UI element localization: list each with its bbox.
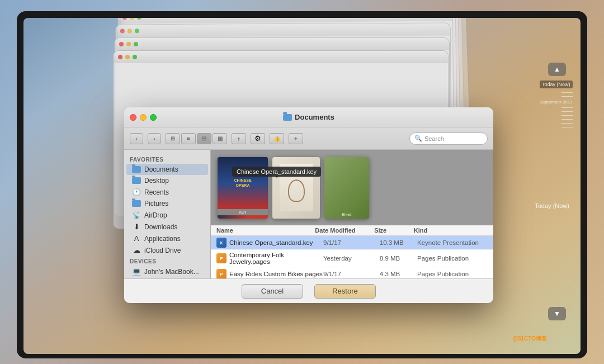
pictures-folder-icon bbox=[132, 200, 141, 207]
search-placeholder: Search bbox=[424, 135, 444, 142]
col-kind-header[interactable]: Kind bbox=[414, 227, 488, 234]
view-buttons: ⊞ ≡ ⊟ ▦ bbox=[166, 133, 227, 144]
table-row[interactable]: P Easy Rides Custom Bikes.pages 9/1/17 4… bbox=[211, 267, 493, 278]
file-icon-pages: P bbox=[216, 269, 226, 278]
file-kind: Keynote Presentation bbox=[417, 239, 488, 246]
recents-icon: 🕐 bbox=[132, 188, 141, 196]
desktop-folder-icon bbox=[132, 177, 141, 184]
tm-up-button[interactable]: ▲ bbox=[548, 63, 566, 76]
icloud-icon: ☁ bbox=[132, 246, 141, 254]
minimize-button[interactable] bbox=[140, 114, 147, 121]
restore-button[interactable]: Restore bbox=[314, 284, 376, 299]
sidebar-item-applications[interactable]: A Applications bbox=[126, 233, 208, 244]
gear-button[interactable]: ⚙ bbox=[251, 133, 265, 144]
finder-titlebar: Documents bbox=[124, 107, 493, 127]
view-columns-button[interactable]: ⊟ bbox=[197, 133, 211, 144]
cancel-button[interactable]: Cancel bbox=[242, 284, 303, 299]
downloads-icon: ⬇ bbox=[132, 223, 141, 231]
file-size: 8.9 MB bbox=[380, 255, 417, 262]
sidebar-label-downloads: Downloads bbox=[144, 223, 177, 231]
file-date: 9/1/17 bbox=[323, 239, 380, 246]
finder-content: Favorites Documents Desktop 🕐 Recents bbox=[124, 150, 493, 278]
sidebar-item-macbook[interactable]: 💻 John's MacBook... bbox=[126, 266, 208, 277]
file-date: Yesterday bbox=[323, 255, 380, 262]
view-icon-button[interactable]: ⊞ bbox=[166, 133, 180, 144]
sidebar-label-airdrop: AirDrop bbox=[144, 211, 167, 219]
finder-window: Documents ‹ › ⊞ ≡ ⊟ ▦ ↑ ⚙ 👍 ⌖ 🔍 bbox=[124, 107, 493, 303]
window-title: Documents bbox=[283, 113, 334, 121]
chinese-opera-label: KEY bbox=[218, 209, 268, 215]
file-icon-key: K bbox=[216, 238, 226, 248]
finder-toolbar: ‹ › ⊞ ≡ ⊟ ▦ ↑ ⚙ 👍 ⌖ 🔍 Search bbox=[124, 127, 493, 150]
file-size: 10.3 MB bbox=[380, 239, 417, 246]
screen-area: ▲ Today (Now) September 2017 ▼ Today (No… bbox=[23, 18, 581, 354]
sidebar-label-applications: Applications bbox=[144, 235, 181, 243]
tm-timeline: Today (Now) September 2017 bbox=[539, 81, 574, 302]
sidebar-label-pictures: Pictures bbox=[144, 200, 168, 207]
view-list-button[interactable]: ≡ bbox=[181, 133, 196, 144]
tm-down-button[interactable]: ▼ bbox=[548, 307, 566, 320]
macbook-icon: 💻 bbox=[132, 267, 141, 276]
sidebar-item-downloads[interactable]: ⬇ Downloads bbox=[126, 221, 208, 233]
thumbs-up-button[interactable]: 👍 bbox=[270, 133, 284, 144]
sidebar-label-recents: Recents bbox=[144, 188, 169, 196]
file-kind: Pages Publication bbox=[417, 271, 488, 277]
file-name: Chinese Opera_standard.key bbox=[229, 239, 323, 246]
maximize-button[interactable] bbox=[150, 114, 157, 121]
file-name: Contemporary Folk Jewelry.pages bbox=[229, 252, 323, 265]
forward-button[interactable]: › bbox=[148, 133, 161, 144]
sidebar-item-pictures[interactable]: Pictures bbox=[126, 198, 208, 209]
back-button[interactable]: ‹ bbox=[130, 133, 143, 144]
sidebar-item-recents[interactable]: 🕐 Recents bbox=[126, 186, 208, 198]
documents-folder-icon bbox=[132, 166, 141, 173]
sidebar-label-macbook: John's MacBook... bbox=[144, 268, 199, 276]
search-box[interactable]: 🔍 Search bbox=[409, 133, 488, 145]
sidebar-item-airdrop[interactable]: 📡 AirDrop bbox=[126, 209, 208, 221]
search-icon: 🔍 bbox=[414, 135, 422, 142]
link-button[interactable]: ⌖ bbox=[289, 133, 303, 144]
table-row[interactable]: K Chinese Opera_standard.key 9/1/17 10.3… bbox=[211, 236, 493, 250]
airdrop-icon: 📡 bbox=[132, 211, 141, 219]
tm-today-label: Today (Now) bbox=[540, 81, 573, 88]
file-size: 4.3 MB bbox=[380, 271, 417, 277]
file-date: 9/1/17 bbox=[323, 271, 380, 277]
folder-icon bbox=[283, 114, 292, 121]
jewelry-thumb[interactable] bbox=[272, 157, 320, 219]
tm-date-label: September 2017 bbox=[539, 100, 572, 105]
sidebar-item-desktop[interactable]: Desktop bbox=[126, 175, 208, 186]
file-kind: Pages Publication bbox=[417, 255, 488, 262]
view-cover-button[interactable]: ▦ bbox=[213, 133, 227, 144]
sidebar-label-desktop: Desktop bbox=[144, 177, 169, 185]
col-date-header[interactable]: Date Modified bbox=[315, 227, 374, 234]
file-icon-pages: P bbox=[216, 253, 226, 263]
close-button[interactable] bbox=[130, 114, 136, 121]
col-size-header[interactable]: Size bbox=[374, 227, 414, 234]
share-button[interactable]: ↑ bbox=[232, 133, 246, 144]
watermark: @51CTO博客 bbox=[512, 335, 547, 343]
finder-sidebar: Favorites Documents Desktop 🕐 Recents bbox=[124, 150, 211, 278]
bikes-thumb[interactable]: Bikes bbox=[324, 157, 369, 219]
table-row[interactable]: P Contemporary Folk Jewelry.pages Yester… bbox=[211, 250, 493, 267]
sidebar-item-documents[interactable]: Documents bbox=[126, 164, 208, 175]
devices-section-title: Devices bbox=[124, 256, 210, 266]
sidebar-item-icloud[interactable]: ☁ iCloud Drive bbox=[126, 244, 208, 256]
file-name: Easy Rides Custom Bikes.pages bbox=[229, 271, 323, 277]
file-list: K Chinese Opera_standard.key 9/1/17 10.3… bbox=[211, 236, 493, 278]
chinese-opera-thumb[interactable]: CHINESEOPERA KEY bbox=[218, 157, 268, 219]
applications-icon: A bbox=[132, 234, 141, 243]
preview-strip: CHINESEOPERA KEY Chinese Opera_standard.… bbox=[211, 150, 493, 225]
finder-files: CHINESEOPERA KEY Chinese Opera_standard.… bbox=[211, 150, 493, 278]
time-machine-slider: ▲ Today (Now) September 2017 ▼ bbox=[540, 63, 574, 320]
column-headers: Name Date Modified Size Kind bbox=[211, 225, 493, 236]
sidebar-label-icloud: iCloud Drive bbox=[144, 247, 181, 254]
col-name-header[interactable]: Name bbox=[216, 227, 315, 234]
favorites-section-title: Favorites bbox=[124, 154, 210, 164]
sidebar-label-documents: Documents bbox=[144, 166, 178, 173]
finder-bottom-bar: Cancel Restore bbox=[124, 278, 493, 303]
laptop-frame: ▲ Today (Now) September 2017 ▼ Today (No… bbox=[17, 11, 587, 358]
